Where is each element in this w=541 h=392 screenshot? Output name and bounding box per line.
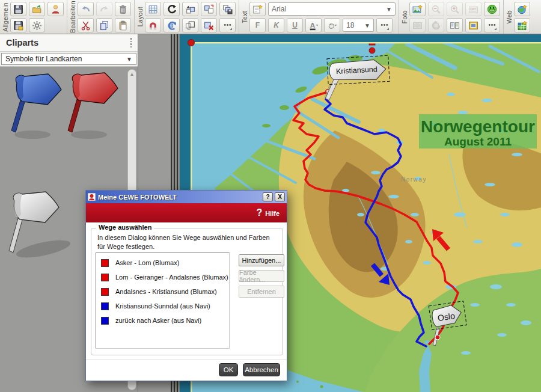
bring-forward-button[interactable] [182, 2, 198, 16]
route-list-item[interactable]: Andalsnes - Kristiansund (Blumax) [96, 284, 229, 299]
photo-frames-button[interactable] [447, 18, 463, 32]
route-label: Kristiansund-Sunndal (aus Navi) [115, 302, 210, 310]
page-corner-handle[interactable] [188, 40, 195, 46]
dialog-titlebar[interactable]: Meine CEWE FOTOWELT ? X [86, 191, 287, 203]
font-color-button[interactable]: A [305, 18, 322, 32]
clipart-category-select[interactable]: Symbole für Landkarten ▼ [1, 53, 136, 65]
delete-object-button[interactable] [201, 18, 217, 32]
toolbar-group-web: Web [503, 0, 533, 34]
photo-border-button[interactable] [465, 18, 481, 32]
dialog-separator [86, 360, 287, 360]
more-button[interactable] [376, 18, 393, 32]
photo-border-icon [468, 20, 478, 31]
zoom-out-button[interactable] [428, 2, 444, 16]
change-color-button[interactable]: Farbe ändern... [239, 270, 284, 282]
route-label: zurück nach Asker (aus Navi) [115, 317, 201, 324]
route-groupbox: Wege auswählen In diesem Dialog können S… [91, 228, 283, 355]
photo-frames-icon [450, 20, 460, 31]
zoom-in-button[interactable] [447, 2, 463, 16]
save-layout-button[interactable] [219, 2, 236, 16]
map-title-badge[interactable]: Norwegentour August 2011 [419, 114, 537, 149]
photo-optimize-icon: OPT [468, 4, 478, 14]
copy-icon [99, 20, 109, 31]
redo-icon [99, 4, 109, 14]
add-photo-button[interactable] [409, 2, 426, 16]
remove-route-button[interactable]: Entfernen [239, 286, 284, 298]
redo-button[interactable] [96, 2, 112, 16]
zoom-out-icon [431, 4, 441, 14]
toolbar: AllgemeinBearbeitenLayoutTextArial▼FKUA1… [0, 0, 541, 34]
toolbar-group-layout: Layout [134, 0, 239, 34]
add-route-button[interactable]: Hinzufügen... [239, 254, 284, 266]
open-folder-icon [32, 4, 42, 14]
clipart-category-row: Symbole für Landkarten ▼ [0, 52, 138, 67]
white-flag-clipart[interactable] [9, 192, 72, 261]
rotate-right-button[interactable] [164, 18, 180, 32]
route-list-item[interactable]: Lom - Geiranger - Andalsnes (Blumax) [96, 270, 229, 284]
save-as-icon [13, 20, 23, 31]
route-list-item[interactable]: Kristiansund-Sunndal (aus Navi) [96, 299, 229, 313]
scroll-up-icon[interactable]: ▲ [128, 70, 136, 77]
cliparts-panel-title: Cliparts [6, 38, 38, 47]
underline-button[interactable]: U [287, 18, 303, 32]
save-as-button[interactable] [10, 18, 26, 32]
toolbar-group-label: Bearbeiten [69, 0, 76, 34]
smiley-button[interactable] [484, 2, 500, 16]
route-listbox[interactable]: Asker - Lom (Blumax)Lom - Geiranger - An… [96, 253, 230, 349]
web-gallery-button[interactable] [514, 18, 530, 32]
route-label: Lom - Geiranger - Andalsnes (Blumax) [115, 274, 228, 281]
cut-scissors-icon [81, 20, 91, 31]
magnet-snap-button[interactable] [145, 18, 161, 32]
toolbar-group-label: Text [241, 10, 248, 23]
film-button[interactable] [409, 18, 426, 32]
web-globe-button[interactable] [514, 2, 530, 16]
rotate-object-button[interactable] [164, 2, 180, 16]
oslo-city-marker [435, 335, 440, 340]
copy-button[interactable] [96, 18, 112, 32]
toolbar-group-label: Layout [136, 6, 144, 27]
help-link[interactable]: ? Hilfe [256, 207, 280, 218]
wege-dialog: Meine CEWE FOTOWELT ? X ? Hilfe Wege aus… [85, 190, 287, 381]
blue-flag-clipart[interactable] [11, 74, 61, 139]
font-size-select[interactable]: 18▼ [343, 19, 374, 32]
toolbar-group-bearbeiten: Bearbeiten [67, 0, 134, 34]
user-profile-button[interactable] [47, 2, 64, 16]
arrange-button[interactable] [182, 18, 198, 32]
badge-title: Norwegentour [421, 117, 535, 136]
photo-optimize-button[interactable]: OPT [465, 2, 481, 16]
save-button[interactable] [10, 2, 26, 16]
toolbar-group-label: Foto [401, 10, 408, 24]
dialog-title: Meine CEWE FOTOWELT [98, 194, 177, 201]
badge-subtitle: August 2011 [444, 135, 512, 148]
route-color-swatch [101, 288, 109, 296]
film-icon [412, 20, 423, 31]
italic-button[interactable]: K [268, 18, 284, 32]
route-list-item[interactable]: zurück nach Asker (aus Navi) [96, 313, 229, 328]
cancel-button[interactable]: Abbrechen [243, 363, 280, 376]
open-folder-button[interactable] [29, 2, 45, 16]
more-button[interactable] [219, 18, 236, 32]
more-button[interactable] [484, 18, 500, 32]
rotation-handle-dot[interactable] [369, 47, 375, 54]
paste-button[interactable] [115, 18, 131, 32]
dialog-close-button[interactable]: X [275, 192, 285, 201]
chevron-down-icon: ▼ [361, 22, 370, 29]
undo-button[interactable] [78, 2, 94, 16]
route-list-item[interactable]: Asker - Lom (Blumax) [96, 256, 229, 270]
trash-button[interactable] [115, 2, 131, 16]
cut-scissors-button[interactable] [78, 18, 94, 32]
send-backward-button[interactable] [201, 2, 217, 16]
zoom-in-icon [450, 4, 460, 14]
fill-color-button[interactable] [324, 18, 340, 32]
route-color-swatch [101, 302, 109, 310]
rotate-photo-button[interactable] [428, 18, 444, 32]
grid-button[interactable] [145, 2, 161, 16]
dialog-help-button[interactable]: ? [263, 192, 273, 201]
bold-button[interactable]: F [249, 18, 266, 32]
add-text-button[interactable] [249, 2, 266, 16]
ok-button[interactable]: OK [219, 363, 238, 376]
panel-drag-handle-icon[interactable] [130, 38, 132, 47]
settings-gear-button[interactable] [29, 18, 45, 32]
red-flag-clipart[interactable] [68, 73, 118, 139]
font-family-select[interactable]: Arial▼ [268, 2, 396, 16]
